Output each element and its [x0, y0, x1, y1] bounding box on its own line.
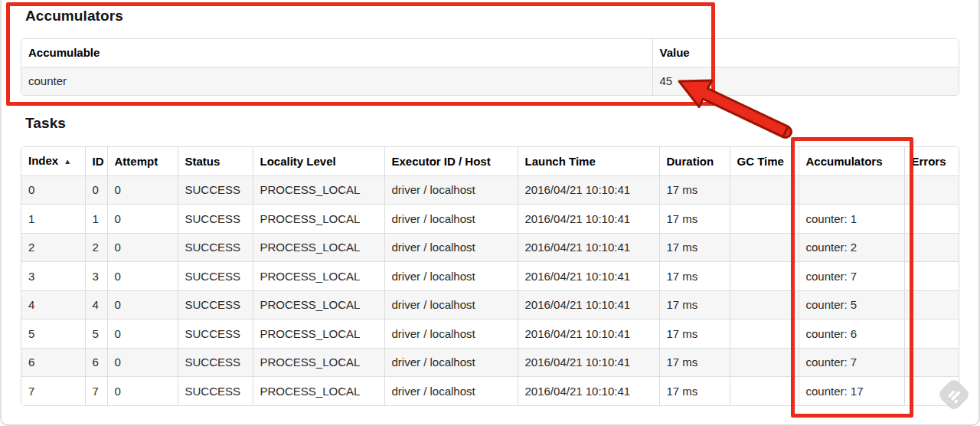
cell-executor: driver / localhost — [384, 348, 518, 377]
cell-id: 7 — [85, 377, 107, 406]
cell-gc-time — [730, 233, 799, 262]
col-header-id[interactable]: ID — [85, 147, 107, 175]
col-header-locality-level[interactable]: Locality Level — [253, 147, 384, 175]
cell-attempt: 0 — [107, 320, 178, 349]
cell-attempt: 0 — [107, 233, 178, 262]
cell-attempt: 0 — [107, 175, 178, 205]
table-row: 2 2 0 SUCCESS PROCESS_LOCAL driver / loc… — [21, 233, 959, 262]
col-header-accumulable: Accumulable — [21, 39, 652, 67]
table-row: 4 4 0 SUCCESS PROCESS_LOCAL driver / loc… — [21, 290, 959, 320]
cell-accumulators: counter: 7 — [799, 262, 904, 291]
table-row: 0 0 0 SUCCESS PROCESS_LOCAL driver / loc… — [21, 175, 959, 205]
cell-accumulators: counter: 17 — [799, 377, 904, 406]
cell-launch-time: 2016/04/21 10:10:41 — [518, 205, 659, 234]
cell-status: SUCCESS — [178, 205, 253, 234]
cell-launch-time: 2016/04/21 10:10:41 — [518, 233, 659, 262]
cell-locality-level: PROCESS_LOCAL — [253, 262, 384, 291]
table-row: 7 7 0 SUCCESS PROCESS_LOCAL driver / loc… — [21, 377, 959, 406]
cell-gc-time — [730, 377, 799, 406]
col-header-accumulators[interactable]: Accumulators — [799, 147, 904, 175]
cell-index: 3 — [21, 262, 85, 291]
cell-errors — [904, 320, 959, 349]
cell-accumulators: counter: 2 — [799, 233, 904, 262]
accumulator-row: counter 45 — [21, 67, 959, 95]
cell-status: SUCCESS — [178, 262, 253, 291]
cell-gc-time — [730, 320, 799, 349]
col-header-gc-time[interactable]: GC Time — [730, 147, 799, 175]
cell-errors — [904, 348, 959, 377]
col-header-errors[interactable]: Errors — [904, 147, 959, 175]
cell-gc-time — [730, 348, 799, 377]
cell-attempt: 0 — [107, 377, 178, 406]
sort-ascending-icon: ▲ — [64, 157, 71, 165]
cell-id: 4 — [85, 290, 107, 320]
cell-launch-time: 2016/04/21 10:10:41 — [518, 348, 659, 377]
cell-executor: driver / localhost — [384, 320, 518, 349]
cell-gc-time — [730, 262, 799, 291]
col-header-launch-time[interactable]: Launch Time — [518, 147, 659, 175]
cell-launch-time: 2016/04/21 10:10:41 — [518, 320, 659, 349]
cell-id: 2 — [85, 233, 107, 262]
cell-attempt: 0 — [107, 262, 178, 291]
cell-duration: 17 ms — [659, 205, 730, 234]
col-header-duration[interactable]: Duration — [659, 147, 730, 175]
cell-index: 2 — [21, 233, 85, 262]
cell-index: 0 — [21, 175, 85, 205]
cell-duration: 17 ms — [659, 233, 730, 262]
cell-duration: 17 ms — [659, 348, 730, 377]
cell-attempt: 0 — [107, 290, 178, 320]
cell-id: 3 — [85, 262, 107, 291]
cell-launch-time: 2016/04/21 10:10:41 — [518, 175, 659, 205]
cell-id: 1 — [85, 205, 107, 234]
cell-errors — [904, 377, 959, 406]
cell-duration: 17 ms — [659, 320, 730, 349]
cell-errors — [904, 205, 959, 234]
cell-status: SUCCESS — [178, 320, 253, 349]
accumulators-section-title: Accumulators — [25, 8, 123, 25]
cell-gc-time — [730, 175, 799, 205]
col-header-status[interactable]: Status — [178, 147, 253, 175]
cell-duration: 17 ms — [659, 262, 730, 291]
table-row: 6 6 0 SUCCESS PROCESS_LOCAL driver / loc… — [21, 348, 959, 377]
cell-id: 6 — [85, 348, 107, 377]
cell-launch-time: 2016/04/21 10:10:41 — [518, 377, 659, 406]
accumulators-header-row: Accumulable Value — [21, 39, 959, 67]
cell-index: 1 — [21, 205, 85, 234]
cell-locality-level: PROCESS_LOCAL — [253, 290, 384, 320]
cell-locality-level: PROCESS_LOCAL — [253, 348, 384, 377]
cell-accumulators: counter: 7 — [799, 348, 904, 377]
table-row: 1 1 0 SUCCESS PROCESS_LOCAL driver / loc… — [21, 205, 959, 234]
cell-attempt: 0 — [107, 348, 178, 377]
cell-attempt: 0 — [107, 205, 178, 234]
table-row: 5 5 0 SUCCESS PROCESS_LOCAL driver / loc… — [21, 320, 959, 349]
col-header-index-label: Index — [28, 154, 58, 167]
cell-locality-level: PROCESS_LOCAL — [253, 377, 384, 406]
cell-status: SUCCESS — [178, 290, 253, 320]
accumulators-table: Accumulable Value counter 45 — [21, 38, 959, 96]
cell-accumulable-name: counter — [21, 67, 652, 95]
cell-gc-time — [730, 205, 799, 234]
cell-locality-level: PROCESS_LOCAL — [253, 320, 384, 349]
cell-locality-level: PROCESS_LOCAL — [253, 233, 384, 262]
cell-errors — [904, 175, 959, 205]
cell-id: 0 — [85, 175, 107, 205]
cell-status: SUCCESS — [178, 377, 253, 406]
cell-index: 5 — [21, 320, 85, 349]
tasks-header-row: Index▲ ID Attempt Status Locality Level … — [21, 147, 959, 175]
col-header-value: Value — [652, 39, 959, 67]
cell-duration: 17 ms — [659, 175, 730, 205]
cell-errors — [904, 262, 959, 291]
cell-status: SUCCESS — [178, 348, 253, 377]
tasks-table: Index▲ ID Attempt Status Locality Level … — [21, 146, 959, 406]
cell-errors — [904, 233, 959, 262]
cell-accumulators: counter: 5 — [799, 290, 904, 320]
cell-executor: driver / localhost — [384, 205, 518, 234]
cell-locality-level: PROCESS_LOCAL — [253, 175, 384, 205]
cell-executor: driver / localhost — [384, 262, 518, 291]
cell-locality-level: PROCESS_LOCAL — [253, 205, 384, 234]
tasks-section-title: Tasks — [25, 115, 66, 132]
col-header-index[interactable]: Index▲ — [21, 147, 85, 175]
cell-id: 5 — [85, 320, 107, 349]
col-header-executor-id-host[interactable]: Executor ID / Host — [384, 147, 518, 175]
col-header-attempt[interactable]: Attempt — [107, 147, 178, 175]
